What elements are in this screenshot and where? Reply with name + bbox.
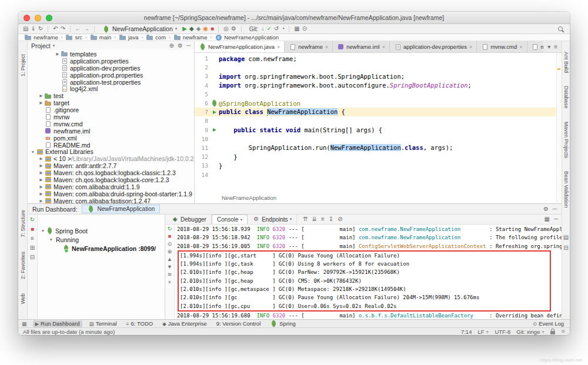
tree-arrow-icon[interactable]: ▶: [38, 163, 44, 168]
settings-icon[interactable]: ⚙: [543, 206, 549, 212]
run-gutter-icon[interactable]: [210, 128, 219, 132]
tree-item[interactable]: ▶templates: [28, 51, 194, 58]
code-line[interactable]: 14: [195, 170, 562, 179]
redo-icon[interactable]: ↷: [61, 26, 65, 32]
tree-item[interactable]: ▶< 10 > /Library/Java/JavaVirtualMachine…: [28, 155, 194, 162]
soft-wrap-icon[interactable]: ≋: [168, 272, 172, 277]
breadcrumb-item[interactable]: main: [90, 34, 112, 41]
editor-tab[interactable]: mvnw.cmd×: [477, 41, 527, 52]
zoom-window-icon[interactable]: [46, 15, 52, 21]
console-tab[interactable]: ⚙Endpoints▾: [248, 215, 297, 224]
stop-icon[interactable]: ■: [168, 234, 171, 239]
notification-icon[interactable]: ⊙: [561, 329, 565, 334]
up-hierarchy-icon[interactable]: ⇈: [303, 216, 308, 222]
tree-arrow-icon[interactable]: ▶: [38, 101, 44, 105]
hide-icon[interactable]: ─: [186, 43, 191, 49]
hidden-tabs-icon[interactable]: ▾: [547, 44, 550, 50]
toolwindow-button[interactable]: ◆Java Enterprise: [160, 320, 209, 327]
tree-item[interactable]: ▶Maven: antlr:antlr:2.7.7: [28, 162, 194, 169]
toolwindow-button[interactable]: ⊙Event Log: [530, 320, 566, 327]
breadcrumb-item[interactable]: src: [65, 34, 82, 41]
breadcrumb-item[interactable]: newframe: [173, 34, 208, 41]
code-line[interactable]: 3import org.springframework.boot.SpringA…: [195, 72, 562, 81]
tree-item[interactable]: ▶Maven: com.alibaba:druid-spring-boot-st…: [28, 190, 194, 197]
tree-item[interactable]: application-dev.properties: [28, 65, 194, 72]
toolwindow-button[interactable]: Spring: [268, 320, 298, 327]
chevron-down-icon[interactable]: ▾: [53, 43, 55, 48]
down-icon[interactable]: ▼: [167, 264, 172, 270]
code-line[interactable]: 7public class NewFrameApplication {: [195, 108, 562, 116]
clear-icon[interactable]: ⊘: [338, 216, 342, 222]
collapse-icon[interactable]: ─: [554, 216, 558, 222]
tree-item[interactable]: ▼Running: [38, 235, 165, 244]
tree-item[interactable]: ▶Maven: com.alibaba:druid:1.1.9: [28, 183, 194, 190]
toolwindow-stripe-button[interactable]: Bean Validation: [563, 171, 569, 207]
tree-item[interactable]: NewFrameApplication :8099/: [38, 244, 165, 253]
undo-icon[interactable]: ↶: [53, 26, 58, 32]
tree-item[interactable]: application.properties: [28, 58, 194, 65]
updates-icon[interactable]: ⊙: [302, 26, 307, 32]
code-line[interactable]: 11 SpringApplication.run(NewFrameApplica…: [195, 143, 562, 152]
run-dashboard-tab[interactable]: NewFrameApplication: [82, 205, 160, 213]
tree-arrow-icon[interactable]: ▼: [48, 237, 54, 242]
toolwindow-button[interactable]: 9: Version Control: [214, 320, 263, 327]
open-icon[interactable]: ▤: [23, 26, 28, 32]
close-window-icon[interactable]: [24, 15, 30, 21]
vcs-commit-icon[interactable]: ✓: [266, 26, 271, 32]
coverage-icon[interactable]: ◈: [196, 26, 201, 32]
rerun-icon[interactable]: ↻: [168, 226, 172, 232]
code-line[interactable]: 2: [195, 63, 562, 72]
status-segment[interactable]: 7:14: [461, 329, 472, 335]
tree-item[interactable]: ▶Maven: com.alibaba:fastjson:1.2.47: [28, 197, 194, 203]
debug-icon[interactable]: ◆: [189, 26, 194, 32]
status-segment[interactable]: Git: xinge ÷: [516, 329, 544, 335]
code-line[interactable]: 9 public static void main(String[] args)…: [195, 126, 562, 135]
code-line[interactable]: 6@SpringBootApplication: [195, 99, 562, 108]
tree-arrow-icon[interactable]: ▶: [55, 52, 61, 56]
editor-tab[interactable]: mvnw×: [527, 41, 544, 52]
settings-icon[interactable]: ⚙: [178, 43, 183, 49]
filter-icon[interactable]: ≡: [31, 236, 34, 242]
stop-icon[interactable]: ■: [31, 226, 34, 232]
code-line[interactable]: 13}: [195, 161, 562, 170]
expand-all-icon[interactable]: ⊕: [169, 43, 174, 49]
vcs-update-icon[interactable]: ↓: [261, 26, 264, 32]
console-output[interactable]: 2018-08-29 15:56:18.939 INFO 6320 --- [ …: [175, 225, 562, 319]
tree-arrow-icon[interactable]: ▼: [40, 229, 46, 233]
layout-icon[interactable]: ▦: [544, 216, 549, 222]
tree-item[interactable]: ▶Maven: ch.qos.logback:logback-classic:1…: [28, 169, 194, 176]
tree-arrow-icon[interactable]: ▶: [38, 185, 44, 189]
editor-tab[interactable]: application-dev.properties×: [390, 41, 477, 52]
editor-tab[interactable]: NewFrameApplication.java×: [195, 41, 285, 52]
toolwindow-stripe-button[interactable]: Ant Build: [563, 52, 569, 73]
tree-arrow-icon[interactable]: ▶: [38, 199, 44, 203]
tree-arrow-icon[interactable]: ▶: [38, 93, 44, 98]
tree-item[interactable]: README.md: [28, 142, 194, 149]
tree-item[interactable]: ▶target: [28, 99, 194, 106]
run-icon[interactable]: ▶: [182, 26, 187, 32]
breadcrumb-item[interactable]: newframe: [24, 34, 58, 41]
tree-item[interactable]: mpom.xml: [28, 135, 194, 142]
toolwindow-stripe-button[interactable]: Maven Projects: [563, 122, 569, 158]
scroll-to-end-icon[interactable]: ↧: [329, 216, 333, 222]
breadcrumb-item[interactable]: com: [146, 34, 166, 41]
run-configuration-select[interactable]: NewFrameApplication ▾: [102, 25, 177, 32]
toolwindow-stripe-button[interactable]: 1: Project: [20, 54, 26, 76]
close-icon[interactable]: ×: [519, 44, 522, 50]
tree-item[interactable]: newframe.iml: [28, 128, 194, 135]
breadcrumb-item[interactable]: java: [119, 34, 138, 41]
tree-item[interactable]: ▼External Libraries: [28, 148, 194, 155]
vcs-rollback-icon[interactable]: ↺: [274, 26, 279, 32]
code-line[interactable]: 10: [195, 135, 562, 143]
toolwindow-stripe-button[interactable]: Web: [20, 293, 26, 304]
tree-item[interactable]: ▶Maven: ch.qos.logback:logback-core:1.2.…: [28, 176, 194, 183]
code-line[interactable]: 8: [195, 116, 562, 125]
profiler-icon[interactable]: ◉: [203, 26, 208, 32]
restore-layout-icon[interactable]: ⊙: [168, 242, 172, 247]
tree-item[interactable]: application-test.properties: [28, 79, 194, 86]
pin-icon[interactable]: ⊕: [168, 249, 172, 255]
toolwindow-button[interactable]: ≡6: TODO: [124, 320, 156, 327]
toolwindow-stripe-button[interactable]: Database: [563, 86, 569, 109]
tree-arrow-icon[interactable]: ▶: [38, 178, 44, 182]
close-icon[interactable]: ×: [382, 44, 385, 50]
